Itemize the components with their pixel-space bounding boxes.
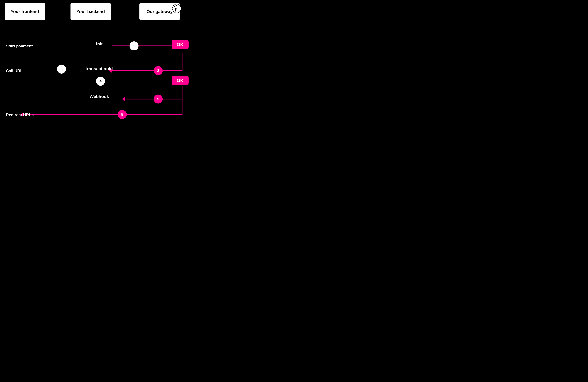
- step-3-circle: 3: [57, 65, 66, 74]
- diagram-container: Your frontend Your backend p Our gateway…: [0, 0, 196, 127]
- label-start-payment: Start payment: [6, 44, 33, 48]
- gateway-logo-icon: p: [172, 4, 181, 13]
- svg-marker-7: [122, 97, 125, 101]
- header-frontend: Your frontend: [5, 3, 45, 20]
- step-5a-circle: 5: [154, 95, 163, 104]
- flow-label-webhook: Webhook: [89, 94, 109, 99]
- label-call-url: Call URL: [6, 68, 23, 73]
- step-4-circle: 4: [96, 77, 105, 86]
- header-backend: Your backend: [70, 3, 111, 20]
- ok-button-2[interactable]: OK: [172, 76, 189, 85]
- step-2-circle: 2: [154, 66, 163, 75]
- step-5b-circle: 5: [118, 110, 127, 119]
- svg-point-14: [174, 6, 175, 7]
- step-1-circle: 1: [129, 41, 139, 50]
- flow-label-transactionid: transactionId: [85, 66, 113, 71]
- ok-button-1[interactable]: OK: [172, 40, 189, 49]
- svg-point-15: [176, 5, 177, 6]
- header-gateway: p Our gateway: [139, 3, 180, 20]
- svg-text:p: p: [175, 6, 178, 11]
- label-redirect-urls: Redirect URLs: [6, 112, 34, 117]
- flow-label-init: init: [96, 42, 103, 46]
